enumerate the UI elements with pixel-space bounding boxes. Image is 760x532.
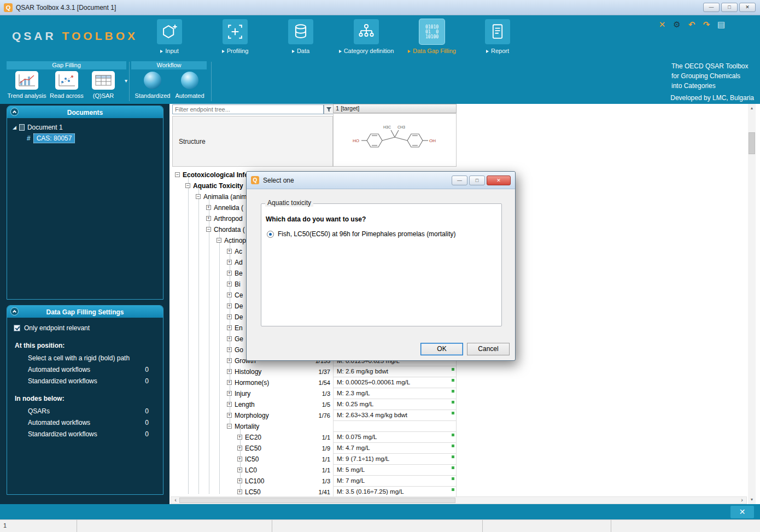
tree-expander-plus-icon[interactable]: + bbox=[227, 358, 232, 363]
maximize-button[interactable]: □ bbox=[721, 3, 738, 12]
binary-data-icon[interactable]: 0101001 010100 bbox=[419, 19, 445, 44]
tree-node-label[interactable]: Ge bbox=[235, 335, 243, 343]
tree-expander-plus-icon[interactable]: + bbox=[227, 325, 232, 330]
target-value-cell[interactable]: M: 7 mg/L bbox=[333, 476, 457, 487]
delete-x-icon[interactable]: ✕ bbox=[657, 20, 667, 30]
tree-node-label[interactable]: Be bbox=[235, 270, 243, 277]
nav-data-gap-filling[interactable]: 0101001 010100 Data Gap Filling bbox=[399, 19, 465, 54]
tree-row[interactable]: +LC501/41M: 3.5 (0.16÷7.25) mg/L bbox=[171, 487, 457, 498]
scroll-right-icon[interactable]: › bbox=[738, 496, 746, 504]
documents-panel-header[interactable]: Documents bbox=[7, 106, 163, 118]
tree-expander-plus-icon[interactable]: + bbox=[237, 435, 242, 440]
tree-node-label[interactable]: De bbox=[235, 313, 243, 321]
report-document-icon[interactable] bbox=[485, 19, 510, 44]
tree-expander-plus-icon[interactable]: + bbox=[237, 478, 242, 483]
tree-row[interactable]: +LC1001/3M: 7 mg/L bbox=[171, 476, 457, 487]
target-structure-image[interactable]: HOOH H3CCH3 bbox=[333, 113, 457, 167]
tree-expander-plus-icon[interactable]: + bbox=[227, 249, 232, 254]
tree-expander-plus-icon[interactable]: + bbox=[227, 391, 232, 396]
collapse-chevron-icon[interactable] bbox=[10, 307, 19, 315]
endpoint-filter-input[interactable] bbox=[172, 104, 324, 114]
tree-node-label[interactable]: Bi bbox=[235, 280, 241, 288]
undo-icon[interactable]: ↶ bbox=[687, 20, 697, 30]
tree-expander-minus-icon[interactable]: − bbox=[196, 194, 201, 199]
dialog-close-button[interactable]: ✕ bbox=[487, 176, 511, 185]
cas-selected-label[interactable]: CAS: 80057 bbox=[33, 133, 75, 143]
tree-row[interactable]: +IC501/1M: 9 (7.1÷11) mg/L bbox=[171, 454, 457, 465]
settings-panel-header[interactable]: Data Gap Filling Settings bbox=[7, 306, 163, 318]
tree-expander-plus-icon[interactable]: + bbox=[227, 260, 232, 265]
tree-expander-plus-icon[interactable]: + bbox=[227, 413, 232, 418]
tree-node-label[interactable]: Actinop bbox=[224, 237, 246, 244]
horizontal-scrollbar[interactable]: ‹ › bbox=[171, 496, 747, 504]
tree-expander-plus-icon[interactable]: + bbox=[237, 457, 242, 461]
tree-expander-plus-icon[interactable]: + bbox=[227, 303, 232, 308]
read-across-button[interactable]: Read across bbox=[47, 71, 86, 99]
tree-node-label[interactable]: Annelida ( bbox=[214, 204, 243, 212]
nav-report[interactable]: Report bbox=[465, 19, 530, 54]
tree-node-label[interactable]: Chordata ( bbox=[214, 226, 245, 233]
category-tree-icon[interactable] bbox=[354, 19, 379, 44]
tree-node-label[interactable]: LC0 bbox=[245, 466, 257, 474]
tree-node-label[interactable]: De bbox=[235, 302, 243, 310]
qsar-button[interactable]: (Q)SAR bbox=[86, 71, 120, 99]
tree-node-label[interactable]: En bbox=[235, 324, 243, 332]
tree-expander-minus-icon[interactable]: − bbox=[206, 227, 211, 232]
target-value-cell[interactable]: M: 0.25 mg/L bbox=[333, 399, 457, 410]
tree-row[interactable]: +EC501/9M: 4.7 mg/L bbox=[171, 443, 457, 454]
radio-selected-icon[interactable] bbox=[267, 231, 274, 238]
tree-row[interactable]: +LC01/1M: 5 mg/L bbox=[171, 465, 457, 476]
target-value-cell[interactable]: M: 2.3 mg/L bbox=[333, 388, 457, 399]
notes-icon[interactable]: ▤ bbox=[716, 20, 726, 30]
tree-expander-plus-icon[interactable]: + bbox=[227, 282, 232, 287]
fish-lc50-option[interactable]: Fish, LC50(EC50) at 96h for Pimephales p… bbox=[267, 230, 455, 238]
vertical-scrollbar[interactable]: ▴ ▾ bbox=[748, 104, 756, 504]
horizontal-scroll-thumb[interactable] bbox=[179, 498, 455, 503]
tree-row[interactable]: +Length1/5M: 0.25 mg/L bbox=[171, 399, 457, 410]
tree-expander-plus-icon[interactable]: + bbox=[227, 336, 232, 341]
close-panel-x-button[interactable]: ✕ bbox=[730, 506, 754, 518]
vertical-scroll-thumb[interactable] bbox=[749, 132, 755, 154]
standardized-workflow-button[interactable]: Standardized bbox=[133, 71, 172, 99]
tree-expander-plus-icon[interactable]: + bbox=[227, 271, 232, 276]
tree-row[interactable]: +Injury1/3M: 2.3 mg/L bbox=[171, 388, 457, 399]
ok-button[interactable]: OK bbox=[420, 343, 463, 355]
tree-expander-plus-icon[interactable]: + bbox=[227, 347, 232, 352]
target-value-cell[interactable]: M: 0.075 mg/L bbox=[333, 432, 457, 443]
minimize-button[interactable]: — bbox=[703, 3, 720, 12]
tree-node-label[interactable]: Hormone(s) bbox=[235, 379, 269, 387]
tree-node-label[interactable]: EC20 bbox=[245, 434, 261, 441]
tree-row[interactable]: +Morphology1/76M: 2.63÷33.4 mg/kg bdwt bbox=[171, 410, 457, 421]
tree-expander-plus-icon[interactable]: + bbox=[206, 205, 211, 210]
target-value-cell[interactable]: M: 4.7 mg/L bbox=[333, 443, 457, 454]
qsar-dropdown-caret-icon[interactable]: ▾ bbox=[125, 78, 127, 84]
tree-node-label[interactable]: Ce bbox=[235, 291, 243, 299]
tree-expander-plus-icon[interactable]: + bbox=[206, 216, 211, 221]
tree-node-label[interactable]: LC50 bbox=[245, 488, 261, 496]
document-tree-item[interactable]: ◢ Document 1 bbox=[13, 124, 163, 131]
gear-icon[interactable]: ⚙ bbox=[672, 20, 682, 30]
target-column-header[interactable]: 1 [target] bbox=[333, 104, 457, 113]
tree-node-label[interactable]: IC50 bbox=[245, 455, 259, 463]
scroll-down-icon[interactable]: ▾ bbox=[748, 497, 756, 502]
tree-row[interactable]: +Hormone(s)1/54M: 0.00025÷0.00061 mg/L bbox=[171, 377, 457, 388]
tree-node-label[interactable]: Go bbox=[235, 346, 243, 354]
target-value-cell[interactable] bbox=[333, 421, 457, 432]
tree-node-label[interactable]: Histology bbox=[235, 368, 261, 376]
tree-node-label[interactable]: Arthropod bbox=[214, 215, 243, 223]
target-value-cell[interactable]: M: 9 (7.1÷11) mg/L bbox=[333, 454, 457, 465]
target-value-cell[interactable]: M: 0.00025÷0.00061 mg/L bbox=[333, 377, 457, 388]
scroll-up-icon[interactable]: ▴ bbox=[748, 106, 756, 110]
nav-input[interactable]: Input bbox=[137, 19, 202, 54]
target-value-cell[interactable]: M: 2.6 mg/kg bdwt bbox=[333, 366, 457, 377]
cancel-button[interactable]: Cancel bbox=[467, 343, 510, 355]
nav-profiling[interactable]: Profiling bbox=[202, 19, 268, 54]
profiling-frame-icon[interactable] bbox=[223, 19, 248, 44]
tree-expander-minus-icon[interactable]: − bbox=[217, 238, 221, 243]
tree-row[interactable]: +Histology1/37M: 2.6 mg/kg bdwt bbox=[171, 366, 457, 377]
tree-node-label[interactable]: Aquatic Toxicity bbox=[193, 182, 243, 190]
tree-expander-minus-icon[interactable]: − bbox=[175, 172, 180, 177]
tree-node-label[interactable]: LC100 bbox=[245, 477, 264, 485]
cas-tree-item[interactable]: # CAS: 80057 bbox=[27, 133, 163, 143]
tree-expander-plus-icon[interactable]: + bbox=[227, 314, 232, 319]
